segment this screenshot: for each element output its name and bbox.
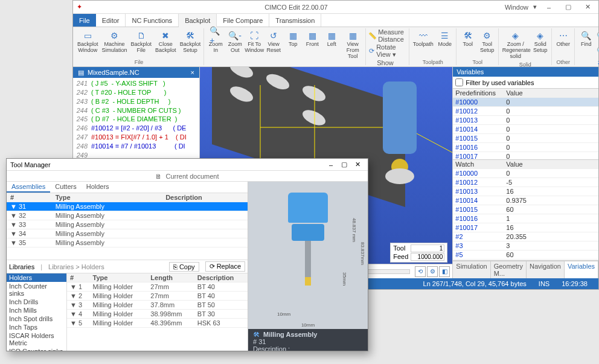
assembly-row[interactable]: ▼ 32Milling Assembly xyxy=(7,211,248,220)
opt2-button[interactable]: ◧ xyxy=(439,266,450,277)
view-front-button[interactable]: ▦Front xyxy=(303,28,322,49)
variable-row[interactable]: #1001316 xyxy=(453,187,598,196)
minimize-button[interactable]: – xyxy=(542,4,556,11)
variable-row[interactable]: #220.355 xyxy=(453,232,598,241)
zoom-in-button[interactable]: 🔍+Zoom In xyxy=(206,28,225,55)
variable-row[interactable]: #100000 xyxy=(453,169,598,178)
assembly-row[interactable]: ▼ 34Milling Assembly xyxy=(7,229,248,238)
variable-row[interactable]: #100130 xyxy=(453,116,598,125)
assembly-row[interactable]: ▼ 33Milling Assembly xyxy=(7,220,248,229)
filter-checkbox-input[interactable] xyxy=(455,78,463,86)
variable-row[interactable]: #10012-5 xyxy=(453,178,598,187)
chevron-down-icon[interactable]: ▾ xyxy=(533,3,537,11)
findnext-button[interactable]: 🔍Find Next xyxy=(596,43,599,58)
assembly-row[interactable]: ▼ 31Milling Assembly xyxy=(7,202,248,211)
tm-holders-grid[interactable]: #TypeLengthDescription▼ 1Milling Holder2… xyxy=(67,273,248,351)
lib-item[interactable]: Holders xyxy=(7,273,66,282)
variable-row[interactable]: #1001716 xyxy=(453,223,598,232)
setup-button[interactable]: 🛠Backplot Setup xyxy=(178,28,203,55)
machine-button[interactable]: ⚙Machine Simulation xyxy=(100,28,129,55)
variable-row[interactable]: #560 xyxy=(453,251,598,260)
lib-item[interactable]: Inch Taps xyxy=(7,323,66,331)
holder-row[interactable]: ▼ 2Milling Holder27mmBT 40 xyxy=(67,292,248,301)
assembly-row[interactable]: ▼ 35Milling Assembly xyxy=(7,238,248,247)
holder-row[interactable]: ▼ 1Milling Holder27mmBT 40 xyxy=(67,283,248,292)
variable-row[interactable]: #100170 xyxy=(453,152,598,160)
variable-row[interactable]: #100000 xyxy=(453,98,598,107)
btab-variables[interactable]: Variables xyxy=(565,261,598,278)
filter-checkbox[interactable]: Filter by used variables xyxy=(453,77,598,89)
window-menu[interactable]: Window xyxy=(505,4,528,11)
tab-editor[interactable]: Editor xyxy=(96,14,126,27)
holder-row[interactable]: ▼ 5Milling Holder48.396mmHSK 63 xyxy=(67,319,248,328)
variable-row[interactable]: #1001560 xyxy=(453,205,598,214)
file-close-icon[interactable]: × xyxy=(191,69,194,76)
window-button[interactable]: ▭Backplot Window xyxy=(75,28,100,55)
holder-row[interactable]: ▼ 3Milling Holder37.8mmBT 50 xyxy=(67,301,248,310)
view-top-button[interactable]: ▦Top xyxy=(283,28,303,49)
variable-row[interactable]: #100160 xyxy=(453,143,598,152)
tm-tab-holders[interactable]: Holders xyxy=(82,182,114,193)
view-tool-button[interactable]: ▦View From Tool xyxy=(341,28,364,61)
replace-button[interactable]: ⇄Replace xyxy=(596,59,599,66)
tm-preview-canvas[interactable]: 48.837 mm 83.837mm 35mm 10mm 10mm xyxy=(248,182,368,329)
lib-item[interactable]: Inch Drills xyxy=(7,298,66,306)
view-left-button[interactable]: ▦Left xyxy=(322,28,341,49)
tm-tab-assemblies[interactable]: Assemblies xyxy=(7,182,50,193)
watch-table[interactable]: WatchValue#100000#10012-5#1001316#100140… xyxy=(453,160,598,261)
lib-item[interactable]: Inch Mills xyxy=(7,306,66,315)
mode-button[interactable]: ☰Mode xyxy=(435,28,455,49)
variable-row[interactable]: #100140 xyxy=(453,125,598,134)
findprev-button[interactable]: 🔍Find Previous xyxy=(596,28,599,43)
holder-row[interactable]: ▼ 4Milling Holder38.998mmBT 30 xyxy=(67,310,248,319)
maximize-button[interactable]: ▢ xyxy=(561,3,575,11)
zoom-regen-button[interactable]: ◈Zoom / Regenerate solid xyxy=(501,28,531,61)
btab-simulation[interactable]: Simulation xyxy=(453,261,490,278)
close-window-button[interactable]: ✕ xyxy=(580,3,595,11)
variable-row[interactable]: #100150 xyxy=(453,134,598,143)
lib-item[interactable]: Inch Spot drills xyxy=(7,315,66,323)
variable-row[interactable]: #100120 xyxy=(453,107,598,116)
toolpath-button[interactable]: 〰Toolpath xyxy=(411,28,435,49)
backplot-file-button[interactable]: 🗋Backplot File xyxy=(129,28,154,55)
tool-input[interactable] xyxy=(411,244,444,252)
lib-item[interactable]: ISO Counter sinks xyxy=(7,347,66,351)
tm-tab-cutters[interactable]: Cutters xyxy=(50,182,81,193)
feed-input[interactable] xyxy=(411,253,444,261)
variable-row[interactable]: #33 xyxy=(453,241,598,251)
find-button[interactable]: 🔍Find xyxy=(577,28,596,49)
view-reset-button[interactable]: ↺View Reset xyxy=(264,28,283,55)
close-button[interactable]: ✖Close Backplot xyxy=(153,28,178,55)
tm-copy-button[interactable]: ⎘ Copy xyxy=(169,262,199,272)
tm-library-list[interactable]: HoldersInch Counter sinksInch DrillsInch… xyxy=(7,273,67,351)
tab-filecompare[interactable]: File Compare xyxy=(217,14,269,27)
variable-row[interactable]: #100161 xyxy=(453,214,598,223)
solid-setup-button[interactable]: ◈Solid Setup xyxy=(531,28,550,55)
tm-assemblies-grid[interactable]: #TypeDescription▼ 31Milling Assembly▼ 32… xyxy=(7,193,248,260)
tab-transmission[interactable]: Transmission xyxy=(269,14,321,27)
lib-item[interactable]: Inch Counter sinks xyxy=(7,282,66,298)
tm-minimize-button[interactable]: – xyxy=(324,161,338,168)
other-button[interactable]: ⋯Other xyxy=(554,28,573,49)
rotate-button[interactable]: ⟳Rotate View ▾ xyxy=(368,43,407,59)
tm-title-text: Tool Manager xyxy=(10,161,51,168)
tm-close-button[interactable]: ✕ xyxy=(351,161,364,168)
tab-backplot[interactable]: Backplot xyxy=(179,14,217,27)
fit-window-button[interactable]: ⛶Fit To Window xyxy=(245,28,264,55)
variable-row[interactable]: #100140.9375 xyxy=(453,196,598,205)
btab-navigation[interactable]: Navigation xyxy=(527,261,565,278)
tm-replace-button[interactable]: ⟳ Replace xyxy=(205,261,245,272)
opt1-button[interactable]: ⚙ xyxy=(427,266,438,277)
tab-file[interactable]: File xyxy=(73,14,96,27)
tool-button[interactable]: 🛠Tool xyxy=(458,28,478,49)
tm-maximize-button[interactable]: ▢ xyxy=(338,161,351,168)
predef-table[interactable]: PredefinitionsValue#100000#100120#100130… xyxy=(453,89,598,160)
measure-button[interactable]: 📏Measure Distance xyxy=(368,28,407,43)
open-file-tab[interactable]: ▤ MixedSample.NC × xyxy=(73,67,199,78)
toolsetup-button[interactable]: ⚙Tool Setup xyxy=(478,28,497,55)
zoom-out-button[interactable]: 🔍-Zoom Out xyxy=(225,28,245,55)
lib-item[interactable]: ISCAR Holders Metric xyxy=(7,331,66,347)
loop-button[interactable]: ⟲ xyxy=(415,266,426,277)
btab-geometrym[interactable]: Geometry M... xyxy=(491,261,527,278)
tab-ncfunctions[interactable]: NC Functions xyxy=(126,14,179,27)
